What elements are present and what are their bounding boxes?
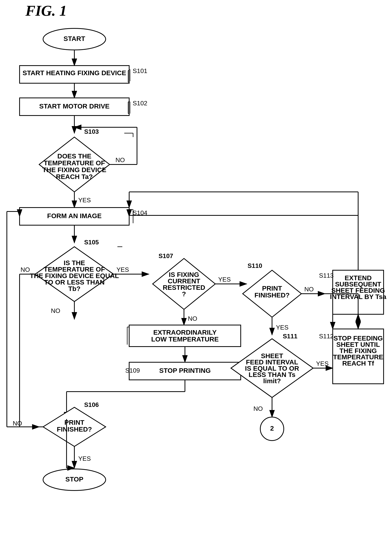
svg-text:LOW TEMPERATURE: LOW TEMPERATURE: [151, 335, 219, 343]
start-node: START: [64, 35, 85, 42]
s101-node: START HEATING FIXING DEVICE: [22, 69, 126, 77]
svg-text:EXTRAORDINARILY: EXTRAORDINARILY: [153, 329, 217, 336]
s113-label: S113: [319, 272, 334, 279]
svg-text:YES: YES: [276, 324, 288, 331]
svg-text:PRINT: PRINT: [262, 284, 282, 292]
s112-label: S112: [319, 333, 334, 340]
svg-text:FINISHED?: FINISHED?: [254, 291, 289, 299]
s102-node: START MOTOR DRIVE: [39, 102, 110, 110]
svg-text:YES: YES: [78, 455, 91, 462]
s111-label: S111: [283, 333, 297, 340]
svg-text:NO: NO: [115, 156, 125, 163]
s101-label: S101: [133, 67, 147, 74]
svg-text:NO: NO: [13, 420, 22, 427]
svg-text:PRINT: PRINT: [64, 419, 84, 426]
svg-text:NO: NO: [188, 315, 197, 322]
svg-text:NO: NO: [253, 405, 263, 412]
s106-label: S106: [84, 401, 99, 408]
svg-text:limit?: limit?: [263, 377, 281, 385]
s107-label: S107: [159, 252, 173, 260]
s105-label: S105: [84, 239, 99, 246]
svg-text:YES: YES: [78, 197, 91, 204]
page-title: FIG. 1: [25, 2, 67, 19]
s109-label: S109: [125, 367, 140, 374]
svg-text:DOES THE: DOES THE: [57, 152, 91, 160]
svg-text:YES: YES: [316, 360, 329, 367]
svg-text:2: 2: [270, 424, 274, 432]
svg-text:THE FIXING DEVICE: THE FIXING DEVICE: [42, 166, 106, 173]
s104-node: FORM AN IMAGE: [47, 212, 102, 219]
svg-text:FINISHED?: FINISHED?: [57, 425, 92, 433]
s109-node: STOP PRINTING: [159, 367, 210, 374]
stop-node: STOP: [65, 475, 83, 483]
svg-text:Tb?: Tb?: [68, 285, 80, 292]
svg-text:REACH Tf: REACH Tf: [342, 360, 374, 367]
svg-text:NO: NO: [51, 307, 60, 314]
svg-text:TEMPERATURE OF: TEMPERATURE OF: [44, 159, 105, 167]
svg-text:YES: YES: [218, 276, 231, 283]
s103-label: S103: [84, 128, 99, 135]
svg-text:REACH Ta?: REACH Ta?: [56, 173, 93, 180]
svg-text:?: ?: [182, 290, 186, 298]
svg-text:YES: YES: [116, 266, 129, 273]
svg-text:NO: NO: [21, 266, 30, 273]
s102-label: S102: [133, 100, 147, 107]
svg-text:NO: NO: [304, 286, 314, 293]
s110-label: S110: [248, 262, 262, 269]
